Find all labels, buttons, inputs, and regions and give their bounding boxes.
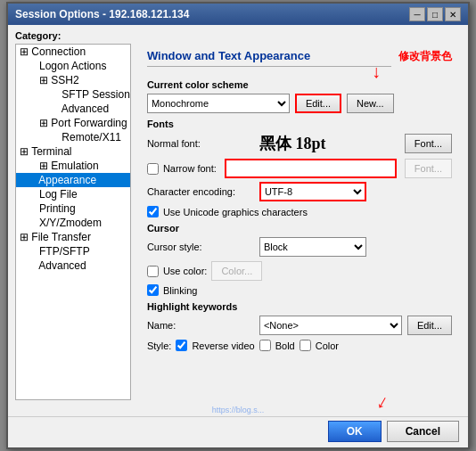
color-label: Color bbox=[316, 340, 339, 351]
sidebar-item-terminal[interactable]: ⊞ Terminal bbox=[16, 144, 130, 159]
close-button[interactable]: ✕ bbox=[445, 7, 461, 21]
panel-title: Window and Text Appearance bbox=[147, 49, 391, 67]
narrow-font-row: Narrow font: Font... bbox=[147, 159, 452, 178]
narrow-font-button[interactable]: Font... bbox=[405, 159, 452, 178]
title-bar-controls: ─ □ ✕ bbox=[409, 7, 461, 21]
sidebar-item-file-transfer[interactable]: ⊞ File Transfer bbox=[16, 230, 130, 244]
use-color-label: Use color: bbox=[163, 266, 208, 276]
unicode-graphics-checkbox[interactable] bbox=[147, 206, 159, 217]
annotation: 修改背景色 ↓ bbox=[398, 49, 452, 64]
sidebar-item-ftp-sftp[interactable]: FTP/SFTP bbox=[16, 244, 130, 258]
unicode-graphics-label: Use Unicode graphics characters bbox=[163, 207, 308, 217]
blinking-row: Blinking bbox=[147, 284, 452, 296]
highlight-edit-button[interactable]: Edit... bbox=[407, 316, 452, 335]
blinking-label: Blinking bbox=[163, 285, 198, 296]
use-color-checkbox[interactable] bbox=[147, 266, 159, 277]
color-scheme-row: Monochrome Edit... New... bbox=[147, 94, 452, 113]
highlight-name-label: Name: bbox=[147, 320, 254, 331]
cursor-style-label: Cursor style: bbox=[147, 242, 254, 252]
panel-header: Window and Text Appearance 修改背景色 ↓ bbox=[147, 49, 452, 74]
window-body: Category: ⊞ Connection Logon Actions ⊞ S… bbox=[8, 25, 468, 404]
cursor-style-row: Cursor style: Block Underline Vertical b… bbox=[147, 237, 452, 257]
sidebar-item-advanced[interactable]: Advanced bbox=[16, 102, 130, 116]
sidebar-item-port-forwarding[interactable]: ⊞ Port Forwarding bbox=[16, 116, 130, 130]
use-color-row: Use color: Color... bbox=[147, 261, 452, 281]
sidebar-item-logon-actions[interactable]: Logon Actions bbox=[16, 59, 130, 73]
char-encoding-select[interactable]: UTF-8 ISO-8859-1 GBK bbox=[259, 182, 366, 201]
sidebar-item-connection[interactable]: ⊞ Connection bbox=[16, 45, 130, 59]
color-scheme-label: Current color scheme bbox=[147, 79, 452, 90]
title-bar: Session Options - 192.168.121.134 ─ □ ✕ bbox=[8, 4, 468, 25]
right-panel: Window and Text Appearance 修改背景色 ↓ Curre… bbox=[138, 44, 461, 400]
bold-label: Bold bbox=[275, 340, 295, 351]
sidebar-item-log-file[interactable]: Log File bbox=[16, 187, 130, 201]
font-button[interactable]: Font... bbox=[405, 134, 452, 153]
sidebar-item-xy-zmodem[interactable]: X/Y/Zmodem bbox=[16, 216, 130, 230]
ok-button[interactable]: OK bbox=[328, 421, 382, 442]
narrow-font-checkbox[interactable] bbox=[147, 163, 159, 175]
highlight-style-row: Style: Reverse video Bold Color bbox=[147, 340, 452, 351]
minimize-button[interactable]: ─ bbox=[409, 7, 425, 21]
window-title: Session Options - 192.168.121.134 bbox=[15, 8, 189, 20]
edit-color-button[interactable]: Edit... bbox=[295, 94, 341, 113]
highlight-style-label: Style: bbox=[147, 340, 172, 351]
cursor-label: Cursor bbox=[147, 223, 452, 234]
sidebar-item-ssh2[interactable]: ⊞ SSH2 bbox=[16, 73, 130, 87]
highlight-label: Highlight keywords bbox=[147, 301, 452, 312]
bottom-area: https://blog.s... ↓ OK Cancel bbox=[8, 404, 468, 447]
blinking-checkbox[interactable] bbox=[147, 284, 159, 296]
sidebar-item-emulation[interactable]: ⊞ Emulation bbox=[16, 159, 130, 173]
color-button[interactable]: Color... bbox=[211, 261, 262, 281]
cursor-style-select[interactable]: Block Underline Vertical bar bbox=[259, 237, 366, 257]
highlight-name-row: Name: <None> Edit... bbox=[147, 316, 452, 335]
reverse-video-label: Reverse video bbox=[192, 340, 254, 351]
sidebar-item-remote-x11[interactable]: Remote/X11 bbox=[16, 130, 130, 144]
bold-checkbox[interactable] bbox=[259, 340, 271, 351]
category-label: Category: bbox=[15, 30, 461, 41]
main-layout: ⊞ Connection Logon Actions ⊞ SSH2 SFTP S… bbox=[15, 44, 461, 400]
char-encoding-label: Character encoding: bbox=[147, 186, 254, 197]
sidebar-item-appearance[interactable]: Appearance bbox=[16, 173, 130, 187]
sidebar-item-printing[interactable]: Printing bbox=[16, 201, 130, 216]
category-tree: ⊞ Connection Logon Actions ⊞ SSH2 SFTP S… bbox=[15, 44, 131, 400]
new-color-button[interactable]: New... bbox=[347, 94, 394, 113]
session-options-window: Session Options - 192.168.121.134 ─ □ ✕ … bbox=[6, 2, 470, 449]
normal-font-preview: 黑体 18pt bbox=[259, 133, 326, 154]
cancel-button[interactable]: Cancel bbox=[387, 421, 459, 442]
narrow-font-label: Narrow font: bbox=[163, 163, 217, 174]
fonts-label: Fonts bbox=[147, 119, 452, 129]
normal-font-label: Normal font: bbox=[147, 138, 254, 149]
maximize-button[interactable]: □ bbox=[427, 7, 443, 21]
sidebar-item-advanced2[interactable]: Advanced bbox=[16, 258, 130, 273]
color-scheme-select[interactable]: Monochrome bbox=[147, 94, 290, 113]
unicode-graphics-row: Use Unicode graphics characters bbox=[147, 206, 452, 217]
normal-font-row: Normal font: 黑体 18pt Font... bbox=[147, 133, 452, 154]
reverse-video-checkbox[interactable] bbox=[176, 340, 187, 351]
highlight-name-select[interactable]: <None> bbox=[259, 316, 402, 335]
bottom-bar: ↓ OK Cancel bbox=[8, 416, 468, 447]
char-encoding-row: Character encoding: UTF-8 ISO-8859-1 GBK bbox=[147, 182, 452, 201]
watermark: https://blog.s... bbox=[8, 404, 468, 416]
sidebar-item-sftp-session[interactable]: SFTP Session bbox=[16, 87, 130, 102]
color-checkbox[interactable] bbox=[300, 340, 311, 351]
